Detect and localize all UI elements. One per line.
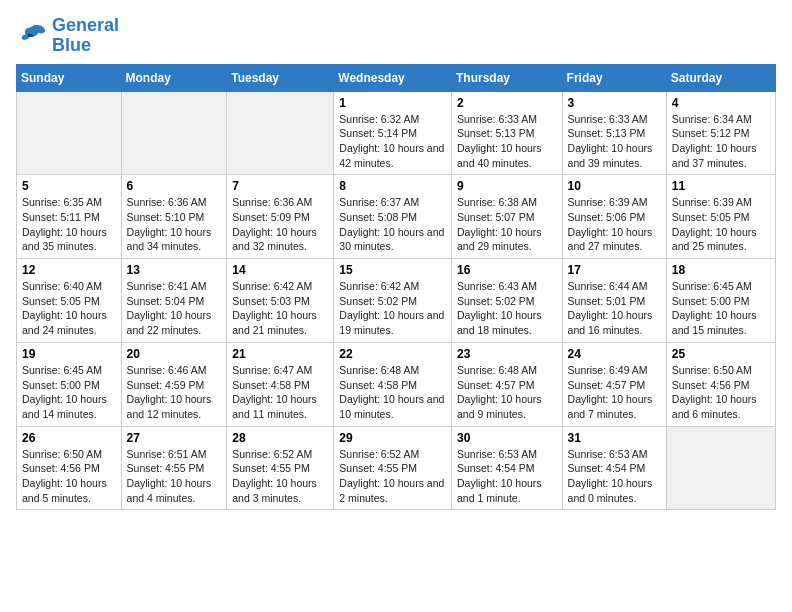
daylight-label: Daylight: 10 hours and 9 minutes. — [457, 393, 542, 420]
daylight-label: Daylight: 10 hours and 6 minutes. — [672, 393, 757, 420]
sunrise-label: Sunrise: 6:50 AM — [22, 448, 102, 460]
sunrise-label: Sunrise: 6:53 AM — [457, 448, 537, 460]
sunset-label: Sunset: 5:01 PM — [568, 295, 646, 307]
sunset-label: Sunset: 4:58 PM — [339, 379, 417, 391]
day-info: Sunrise: 6:37 AMSunset: 5:08 PMDaylight:… — [339, 195, 446, 254]
daylight-label: Daylight: 10 hours and 42 minutes. — [339, 142, 444, 169]
day-info: Sunrise: 6:50 AMSunset: 4:56 PMDaylight:… — [22, 447, 116, 506]
calendar-cell: 3Sunrise: 6:33 AMSunset: 5:13 PMDaylight… — [562, 91, 666, 175]
day-info: Sunrise: 6:47 AMSunset: 4:58 PMDaylight:… — [232, 363, 328, 422]
logo-text: General Blue — [52, 16, 119, 56]
calendar-week-5: 26Sunrise: 6:50 AMSunset: 4:56 PMDayligh… — [17, 426, 776, 510]
day-info: Sunrise: 6:52 AMSunset: 4:55 PMDaylight:… — [339, 447, 446, 506]
day-number: 25 — [672, 347, 770, 361]
sunrise-label: Sunrise: 6:44 AM — [568, 280, 648, 292]
sunset-label: Sunset: 4:57 PM — [568, 379, 646, 391]
day-info: Sunrise: 6:40 AMSunset: 5:05 PMDaylight:… — [22, 279, 116, 338]
calendar-cell: 25Sunrise: 6:50 AMSunset: 4:56 PMDayligh… — [666, 342, 775, 426]
day-number: 16 — [457, 263, 557, 277]
sunset-label: Sunset: 5:14 PM — [339, 127, 417, 139]
calendar-cell: 16Sunrise: 6:43 AMSunset: 5:02 PMDayligh… — [451, 259, 562, 343]
sunrise-label: Sunrise: 6:51 AM — [127, 448, 207, 460]
sunrise-label: Sunrise: 6:47 AM — [232, 364, 312, 376]
sunrise-label: Sunrise: 6:33 AM — [457, 113, 537, 125]
sunset-label: Sunset: 5:00 PM — [22, 379, 100, 391]
sunrise-label: Sunrise: 6:38 AM — [457, 196, 537, 208]
calendar-cell: 17Sunrise: 6:44 AMSunset: 5:01 PMDayligh… — [562, 259, 666, 343]
weekday-header-wednesday: Wednesday — [334, 64, 452, 91]
sunrise-label: Sunrise: 6:49 AM — [568, 364, 648, 376]
day-info: Sunrise: 6:45 AMSunset: 5:00 PMDaylight:… — [672, 279, 770, 338]
sunset-label: Sunset: 5:02 PM — [457, 295, 535, 307]
calendar-cell: 8Sunrise: 6:37 AMSunset: 5:08 PMDaylight… — [334, 175, 452, 259]
calendar-cell: 6Sunrise: 6:36 AMSunset: 5:10 PMDaylight… — [121, 175, 227, 259]
day-info: Sunrise: 6:34 AMSunset: 5:12 PMDaylight:… — [672, 112, 770, 171]
sunset-label: Sunset: 4:56 PM — [672, 379, 750, 391]
sunrise-label: Sunrise: 6:43 AM — [457, 280, 537, 292]
sunset-label: Sunset: 5:09 PM — [232, 211, 310, 223]
day-number: 3 — [568, 96, 661, 110]
day-info: Sunrise: 6:51 AMSunset: 4:55 PMDaylight:… — [127, 447, 222, 506]
daylight-label: Daylight: 10 hours and 18 minutes. — [457, 309, 542, 336]
calendar-table: SundayMondayTuesdayWednesdayThursdayFrid… — [16, 64, 776, 511]
calendar-cell: 11Sunrise: 6:39 AMSunset: 5:05 PMDayligh… — [666, 175, 775, 259]
calendar-cell: 20Sunrise: 6:46 AMSunset: 4:59 PMDayligh… — [121, 342, 227, 426]
daylight-label: Daylight: 10 hours and 39 minutes. — [568, 142, 653, 169]
day-info: Sunrise: 6:36 AMSunset: 5:10 PMDaylight:… — [127, 195, 222, 254]
sunrise-label: Sunrise: 6:34 AM — [672, 113, 752, 125]
sunrise-label: Sunrise: 6:42 AM — [232, 280, 312, 292]
daylight-label: Daylight: 10 hours and 4 minutes. — [127, 477, 212, 504]
sunrise-label: Sunrise: 6:50 AM — [672, 364, 752, 376]
day-number: 4 — [672, 96, 770, 110]
day-number: 15 — [339, 263, 446, 277]
calendar-cell: 29Sunrise: 6:52 AMSunset: 4:55 PMDayligh… — [334, 426, 452, 510]
sunset-label: Sunset: 4:55 PM — [339, 462, 417, 474]
calendar-cell — [17, 91, 122, 175]
calendar-week-4: 19Sunrise: 6:45 AMSunset: 5:00 PMDayligh… — [17, 342, 776, 426]
sunrise-label: Sunrise: 6:45 AM — [22, 364, 102, 376]
calendar-cell: 2Sunrise: 6:33 AMSunset: 5:13 PMDaylight… — [451, 91, 562, 175]
day-info: Sunrise: 6:38 AMSunset: 5:07 PMDaylight:… — [457, 195, 557, 254]
page-header: General Blue — [16, 16, 776, 56]
day-number: 9 — [457, 179, 557, 193]
day-info: Sunrise: 6:50 AMSunset: 4:56 PMDaylight:… — [672, 363, 770, 422]
sunrise-label: Sunrise: 6:48 AM — [339, 364, 419, 376]
sunset-label: Sunset: 5:04 PM — [127, 295, 205, 307]
sunrise-label: Sunrise: 6:37 AM — [339, 196, 419, 208]
calendar-cell: 26Sunrise: 6:50 AMSunset: 4:56 PMDayligh… — [17, 426, 122, 510]
day-info: Sunrise: 6:52 AMSunset: 4:55 PMDaylight:… — [232, 447, 328, 506]
calendar-cell: 7Sunrise: 6:36 AMSunset: 5:09 PMDaylight… — [227, 175, 334, 259]
day-number: 12 — [22, 263, 116, 277]
daylight-label: Daylight: 10 hours and 2 minutes. — [339, 477, 444, 504]
calendar-week-3: 12Sunrise: 6:40 AMSunset: 5:05 PMDayligh… — [17, 259, 776, 343]
calendar-cell: 28Sunrise: 6:52 AMSunset: 4:55 PMDayligh… — [227, 426, 334, 510]
day-number: 18 — [672, 263, 770, 277]
calendar-cell: 15Sunrise: 6:42 AMSunset: 5:02 PMDayligh… — [334, 259, 452, 343]
sunset-label: Sunset: 4:55 PM — [127, 462, 205, 474]
daylight-label: Daylight: 10 hours and 3 minutes. — [232, 477, 317, 504]
day-number: 31 — [568, 431, 661, 445]
sunrise-label: Sunrise: 6:52 AM — [339, 448, 419, 460]
sunrise-label: Sunrise: 6:39 AM — [672, 196, 752, 208]
sunset-label: Sunset: 4:57 PM — [457, 379, 535, 391]
calendar-cell: 21Sunrise: 6:47 AMSunset: 4:58 PMDayligh… — [227, 342, 334, 426]
day-info: Sunrise: 6:42 AMSunset: 5:02 PMDaylight:… — [339, 279, 446, 338]
calendar-cell: 27Sunrise: 6:51 AMSunset: 4:55 PMDayligh… — [121, 426, 227, 510]
calendar-cell — [666, 426, 775, 510]
day-number: 13 — [127, 263, 222, 277]
day-info: Sunrise: 6:42 AMSunset: 5:03 PMDaylight:… — [232, 279, 328, 338]
sunset-label: Sunset: 5:02 PM — [339, 295, 417, 307]
sunset-label: Sunset: 5:10 PM — [127, 211, 205, 223]
daylight-label: Daylight: 10 hours and 14 minutes. — [22, 393, 107, 420]
day-number: 5 — [22, 179, 116, 193]
weekday-header-sunday: Sunday — [17, 64, 122, 91]
daylight-label: Daylight: 10 hours and 7 minutes. — [568, 393, 653, 420]
sunset-label: Sunset: 5:07 PM — [457, 211, 535, 223]
day-info: Sunrise: 6:44 AMSunset: 5:01 PMDaylight:… — [568, 279, 661, 338]
daylight-label: Daylight: 10 hours and 29 minutes. — [457, 226, 542, 253]
day-number: 20 — [127, 347, 222, 361]
calendar-cell: 13Sunrise: 6:41 AMSunset: 5:04 PMDayligh… — [121, 259, 227, 343]
sunrise-label: Sunrise: 6:36 AM — [127, 196, 207, 208]
daylight-label: Daylight: 10 hours and 15 minutes. — [672, 309, 757, 336]
calendar-cell: 1Sunrise: 6:32 AMSunset: 5:14 PMDaylight… — [334, 91, 452, 175]
